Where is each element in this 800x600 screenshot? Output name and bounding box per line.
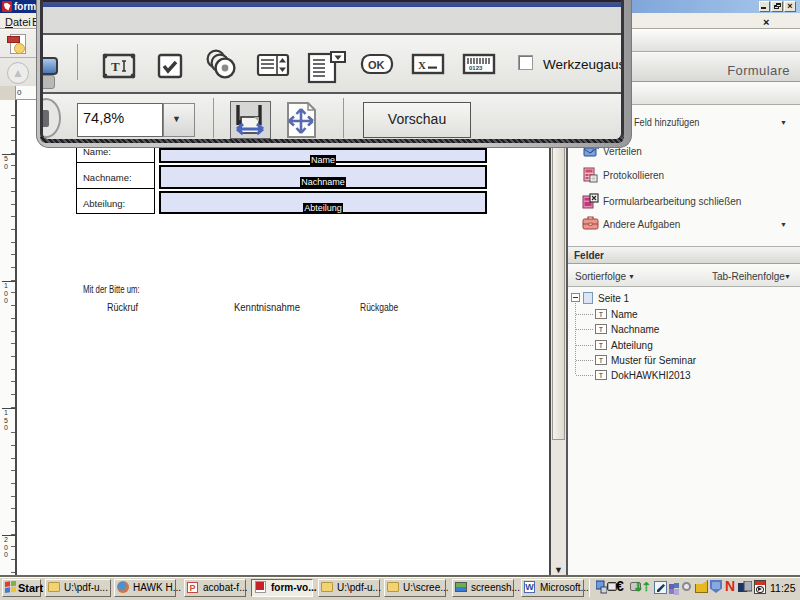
svg-text:0123: 0123 (469, 65, 483, 71)
svg-text:T: T (111, 59, 120, 74)
svg-text:X: X (418, 59, 426, 71)
svg-text:OK: OK (368, 59, 385, 71)
